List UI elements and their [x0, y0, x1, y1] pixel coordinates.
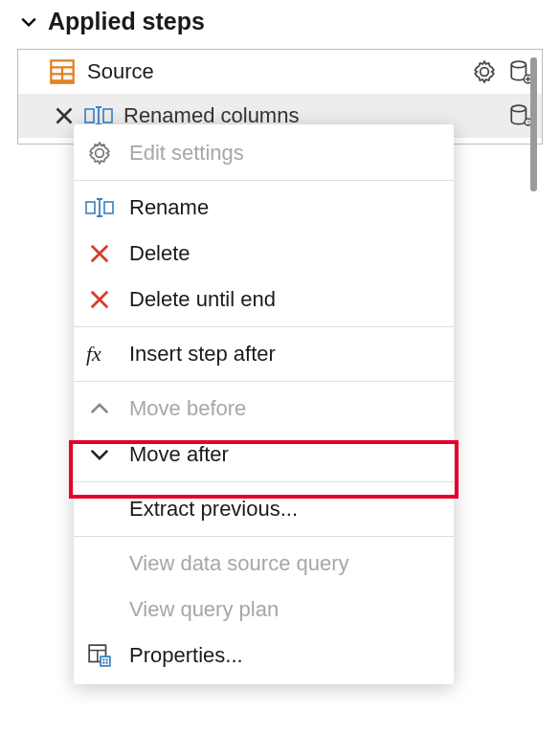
panel-title: Applied steps: [48, 8, 205, 35]
svg-rect-4: [53, 76, 61, 80]
svg-rect-1: [53, 62, 73, 67]
menu-separator: [74, 481, 454, 482]
step-row-source[interactable]: Source: [18, 50, 542, 94]
blank-icon: [85, 595, 114, 624]
menu-move-before: Move before: [74, 386, 454, 432]
svg-rect-24: [102, 658, 104, 660]
properties-icon: [85, 641, 114, 670]
menu-label: Rename: [129, 195, 209, 220]
menu-extract-previous[interactable]: Extract previous...: [74, 486, 454, 532]
menu-rename[interactable]: Rename: [74, 185, 454, 231]
menu-insert-step-after[interactable]: fx Insert step after: [74, 331, 454, 377]
menu-label: Extract previous...: [129, 497, 298, 522]
svg-rect-27: [106, 662, 108, 664]
svg-point-6: [511, 61, 526, 68]
blank-icon: [85, 549, 114, 578]
menu-separator: [74, 536, 454, 537]
menu-view-query-plan: View query plan: [74, 587, 454, 633]
svg-rect-5: [63, 76, 72, 80]
svg-rect-10: [85, 109, 94, 122]
svg-rect-2: [53, 69, 61, 74]
menu-label: Edit settings: [129, 141, 244, 166]
close-icon: [85, 239, 114, 268]
menu-label: Move before: [129, 396, 246, 421]
menu-separator: [74, 381, 454, 382]
menu-separator: [74, 180, 454, 181]
svg-rect-16: [86, 202, 95, 213]
menu-label: Insert step after: [129, 342, 276, 367]
menu-move-after[interactable]: Move after: [74, 432, 454, 478]
menu-view-data-source-query: View data source query: [74, 541, 454, 587]
menu-separator: [74, 326, 454, 327]
svg-point-13: [511, 105, 526, 112]
svg-rect-25: [106, 658, 108, 660]
menu-label: Move after: [129, 442, 229, 467]
gear-icon: [85, 139, 114, 167]
scrollbar[interactable]: [530, 57, 537, 191]
fx-icon: fx: [85, 340, 114, 368]
menu-label: View data source query: [129, 551, 349, 576]
svg-text:fx: fx: [86, 343, 101, 366]
svg-rect-3: [63, 69, 72, 74]
table-icon: [47, 56, 78, 87]
menu-label: Delete: [129, 241, 190, 266]
delete-step-icon[interactable]: [53, 104, 76, 127]
menu-properties[interactable]: Properties...: [74, 633, 454, 678]
chevron-down-icon: [85, 440, 114, 469]
applied-steps-header[interactable]: Applied steps: [0, 0, 560, 49]
step-context-menu: Edit settings Rename Delete Delete until…: [74, 124, 454, 684]
menu-delete[interactable]: Delete: [74, 231, 454, 277]
blank-icon: [85, 495, 114, 523]
menu-label: Delete until end: [129, 287, 276, 312]
chevron-down-icon: [19, 12, 38, 32]
menu-edit-settings: Edit settings: [74, 130, 454, 176]
step-label: Source: [87, 59, 459, 84]
svg-rect-17: [104, 202, 113, 213]
gear-icon[interactable]: [469, 56, 500, 87]
svg-rect-11: [103, 109, 112, 122]
menu-delete-until-end[interactable]: Delete until end: [74, 277, 454, 323]
svg-rect-26: [102, 662, 104, 664]
menu-label: Properties...: [129, 643, 243, 668]
menu-label: View query plan: [129, 597, 279, 622]
close-icon: [85, 285, 114, 314]
svg-rect-23: [101, 656, 110, 666]
chevron-up-icon: [85, 394, 114, 423]
rename-icon: [85, 193, 114, 222]
